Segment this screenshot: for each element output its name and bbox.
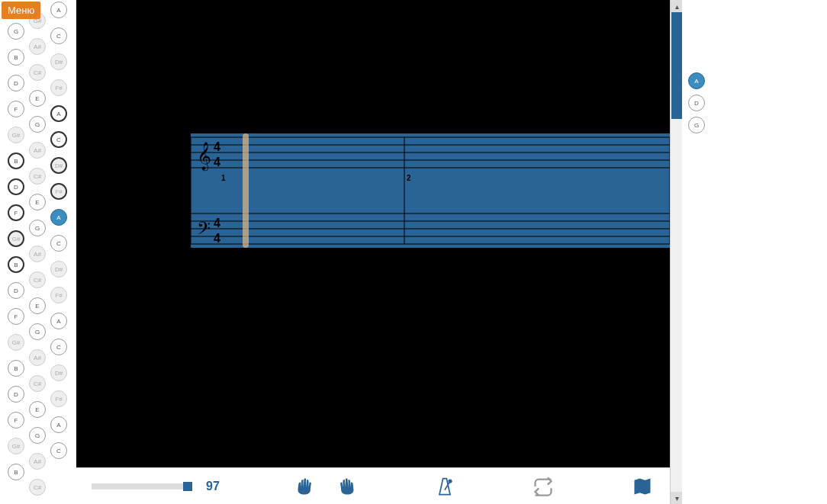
note-button[interactable]: C bbox=[50, 339, 67, 355]
note-button[interactable]: A# bbox=[29, 142, 46, 159]
note-button[interactable]: A# bbox=[29, 453, 46, 470]
note-button[interactable]: G bbox=[29, 427, 46, 444]
svg-text:𝄞: 𝄞 bbox=[197, 142, 211, 172]
note-button[interactable]: C# bbox=[29, 168, 46, 185]
note-button[interactable]: D bbox=[688, 95, 705, 111]
note-button[interactable]: A# bbox=[29, 246, 46, 262]
note-button[interactable]: A bbox=[50, 416, 67, 433]
note-button[interactable]: D bbox=[8, 178, 24, 195]
note-button[interactable]: F# bbox=[50, 79, 67, 96]
note-button[interactable]: F bbox=[8, 101, 24, 117]
note-button[interactable]: D bbox=[8, 282, 24, 299]
tempo-value: 97 bbox=[206, 480, 220, 493]
note-button[interactable]: C# bbox=[29, 64, 46, 81]
note-button[interactable]: E bbox=[29, 401, 46, 418]
note-button[interactable]: F bbox=[8, 308, 24, 325]
note-button[interactable]: C bbox=[50, 442, 67, 459]
note-button[interactable]: B bbox=[8, 152, 24, 169]
svg-point-21 bbox=[449, 480, 452, 483]
note-button[interactable]: C# bbox=[29, 479, 46, 496]
svg-rect-0 bbox=[191, 133, 670, 248]
svg-text:𝄢: 𝄢 bbox=[197, 219, 211, 242]
scroll-down-icon[interactable]: ▾ bbox=[671, 492, 683, 504]
note-button[interactable]: G# bbox=[8, 127, 24, 143]
note-button[interactable]: C bbox=[50, 235, 67, 252]
toolbar: 97 bbox=[76, 467, 670, 504]
note-button[interactable]: G# bbox=[8, 230, 24, 247]
menu-button[interactable]: Меню bbox=[2, 2, 40, 19]
note-button[interactable]: G# bbox=[8, 438, 24, 454]
note-button[interactable]: B bbox=[8, 256, 24, 273]
note-button[interactable]: F bbox=[8, 204, 24, 221]
note-button[interactable]: B bbox=[8, 49, 24, 66]
measure-number: 2 bbox=[407, 174, 411, 182]
measure-number: 1 bbox=[221, 174, 226, 182]
hand-right-icon[interactable] bbox=[333, 474, 358, 499]
note-button[interactable]: G# bbox=[8, 334, 24, 351]
center-area: 𝄞 𝄢 44 44 1 2 97 bbox=[76, 0, 670, 504]
note-button[interactable]: G bbox=[688, 117, 705, 133]
note-button[interactable]: E bbox=[29, 194, 46, 210]
music-score: 𝄞 𝄢 44 44 bbox=[76, 0, 670, 465]
note-button[interactable]: A bbox=[50, 313, 67, 329]
note-button[interactable]: D# bbox=[50, 157, 67, 174]
note-button[interactable]: B bbox=[8, 360, 24, 377]
note-button[interactable]: F# bbox=[50, 287, 67, 303]
playhead bbox=[243, 133, 249, 248]
svg-text:4: 4 bbox=[214, 156, 220, 169]
note-button[interactable]: C bbox=[50, 131, 67, 148]
note-button[interactable]: D# bbox=[50, 364, 67, 381]
note-button[interactable]: A bbox=[50, 209, 67, 226]
left-note-panel: Меню GBDFG#BDFG#BDFG#BDFG#BG#A#C#EGA#C#E… bbox=[0, 0, 76, 504]
note-button[interactable]: G bbox=[29, 220, 46, 236]
note-button[interactable]: A bbox=[50, 105, 67, 122]
map-icon[interactable] bbox=[630, 474, 655, 499]
note-button[interactable]: F bbox=[8, 412, 24, 429]
metronome-icon[interactable] bbox=[433, 474, 457, 499]
note-button[interactable]: D bbox=[8, 75, 24, 91]
note-button[interactable]: B bbox=[8, 464, 24, 480]
note-button[interactable]: A# bbox=[29, 38, 46, 55]
note-button[interactable]: A bbox=[688, 72, 705, 89]
svg-text:4: 4 bbox=[214, 217, 220, 230]
note-button[interactable]: D bbox=[8, 386, 24, 403]
tempo-slider[interactable] bbox=[92, 483, 191, 490]
note-button[interactable]: G bbox=[29, 323, 46, 340]
scroll-thumb[interactable] bbox=[671, 12, 682, 119]
note-button[interactable]: A bbox=[50, 2, 67, 18]
note-button[interactable]: F# bbox=[50, 183, 67, 200]
svg-text:4: 4 bbox=[214, 232, 220, 245]
note-button[interactable]: E bbox=[29, 297, 46, 314]
note-button[interactable]: E bbox=[29, 90, 46, 107]
score-area: 𝄞 𝄢 44 44 1 2 bbox=[76, 0, 670, 467]
note-button[interactable]: C bbox=[50, 27, 67, 44]
hand-left-icon[interactable] bbox=[294, 474, 318, 499]
note-button[interactable]: C# bbox=[29, 271, 46, 288]
note-button[interactable]: G bbox=[29, 116, 46, 133]
note-button[interactable]: A# bbox=[29, 349, 46, 366]
note-button[interactable]: C# bbox=[29, 375, 46, 392]
vertical-scrollbar[interactable]: ▴ ▾ bbox=[670, 0, 682, 504]
svg-text:4: 4 bbox=[214, 140, 220, 153]
note-button[interactable]: D# bbox=[50, 53, 67, 70]
tempo-thumb[interactable] bbox=[183, 482, 192, 491]
scroll-up-icon[interactable]: ▴ bbox=[671, 0, 683, 12]
note-button[interactable]: D# bbox=[50, 261, 67, 278]
note-button[interactable]: F# bbox=[50, 390, 67, 407]
right-note-panel: ADG bbox=[682, 0, 827, 504]
loop-icon[interactable] bbox=[531, 474, 555, 499]
note-button[interactable]: G bbox=[8, 23, 24, 40]
